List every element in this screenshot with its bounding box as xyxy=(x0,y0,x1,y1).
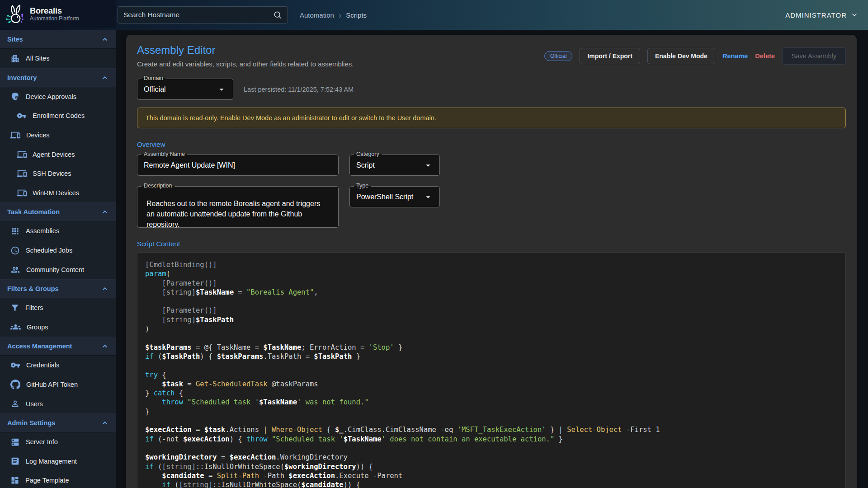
sidebar-item-enrollment-codes[interactable]: Enrollment Codes xyxy=(0,106,116,126)
last-persisted-text: Last persisted: 11/1/2025, 7:52:43 AM xyxy=(244,86,354,93)
code-line: [Parameter()] xyxy=(145,306,845,315)
code-line xyxy=(145,333,845,343)
caret-down-icon xyxy=(423,192,433,202)
save-assembly-button[interactable]: Save Assembly xyxy=(782,47,846,65)
sidebar-section-label: Filters & Groups xyxy=(7,285,59,292)
category-select-label: Category xyxy=(354,151,382,157)
search-icon[interactable] xyxy=(273,10,282,19)
server-icon xyxy=(10,437,20,447)
type-select[interactable]: Type PowerShell Script xyxy=(349,186,440,207)
assembly-name-field[interactable]: Assembly Name Remote Agent Update [WIN] xyxy=(137,155,339,176)
category-select-value: Script xyxy=(356,161,375,169)
sidebar-item-label: Credentials xyxy=(26,361,59,369)
sidebar-item-credentials[interactable]: Credentials xyxy=(0,356,116,375)
user-icon xyxy=(10,399,20,408)
sidebar-section-filters-groups[interactable]: Filters & Groups xyxy=(0,279,116,298)
sidebar-item-scheduled-jobs[interactable]: Scheduled Jobs xyxy=(0,241,116,260)
github-icon xyxy=(10,380,20,389)
code-line xyxy=(145,297,845,306)
type-select-value: PowerShell Script xyxy=(356,193,413,201)
readonly-warning-banner: This domain is read-only. Enable Dev Mod… xyxy=(137,108,846,128)
sidebar-item-label: Assemblies xyxy=(26,227,59,235)
code-line: if ($TaskPath) { $taskParams.TaskPath = … xyxy=(145,352,845,361)
search-input[interactable] xyxy=(123,11,273,19)
description-field[interactable]: Description Reaches out to the remote Bo… xyxy=(137,186,339,228)
brand-tagline: Automation Platform xyxy=(30,15,79,22)
devices-icon xyxy=(17,150,27,160)
sidebar-item-devices[interactable]: Devices xyxy=(0,126,116,145)
sidebar-item-device-approvals[interactable]: Device Approvals xyxy=(0,87,116,107)
sidebar-item-label: Scheduled Jobs xyxy=(26,247,72,254)
hostname-search-box[interactable] xyxy=(118,6,288,23)
sidebar-item-assemblies[interactable]: Assemblies xyxy=(0,221,116,241)
breadcrumb-scripts[interactable]: Scripts xyxy=(346,11,367,19)
sidebar-item-github-api-token[interactable]: GitHub API Token xyxy=(0,375,116,394)
sidebar-item-log-management[interactable]: Log Management xyxy=(0,452,116,471)
sidebar-item-label: WinRM Devices xyxy=(33,189,79,197)
sidebar-item-page-template[interactable]: Page Template xyxy=(0,471,116,488)
code-line: try { xyxy=(145,371,845,380)
domain-select-value: Official xyxy=(144,85,166,94)
breadcrumb-automation[interactable]: Automation xyxy=(300,11,334,19)
code-line: [Parameter()] xyxy=(145,279,845,288)
shield-icon xyxy=(10,92,20,101)
sidebar-item-winrm-devices[interactable]: WinRM Devices xyxy=(0,183,116,203)
rename-button[interactable]: Rename xyxy=(722,52,748,60)
sidebar-section-task-automation[interactable]: Task Automation xyxy=(0,202,116,221)
description-label: Description xyxy=(142,183,175,189)
sidebar-item-label: SSH Devices xyxy=(33,170,71,177)
caret-down-icon xyxy=(423,160,433,170)
sidebar-section-sites[interactable]: Sites xyxy=(0,30,116,49)
clock-icon xyxy=(10,246,20,255)
sidebar-section-inventory[interactable]: Inventory xyxy=(0,68,116,87)
sidebar-item-groups[interactable]: Groups xyxy=(0,318,116,337)
code-line: } catch { xyxy=(145,389,845,398)
sidebar-item-label: Users xyxy=(26,400,43,408)
chevron-up-icon xyxy=(101,208,109,216)
devices-icon xyxy=(17,188,27,198)
sidebar-item-agent-devices[interactable]: Agent Devices xyxy=(0,145,116,164)
sidebar-item-filters[interactable]: Filters xyxy=(0,298,116,318)
sidebar-item-label: Filters xyxy=(25,304,43,311)
sidebar-item-label: Page Template xyxy=(25,477,69,484)
readonly-warning-text: This domain is read-only. Enable Dev Mod… xyxy=(146,114,436,122)
assembly-editor-card: Assembly Editor Create and edit variable… xyxy=(126,35,857,488)
sidebar-item-users[interactable]: Users xyxy=(0,394,116,413)
code-line: throw "Scheduled task '$TaskName' was no… xyxy=(145,398,845,407)
filter-icon xyxy=(10,303,19,312)
borealis-rabbit-logo-icon xyxy=(5,4,25,24)
code-line: $workingDirectory = $execAction.WorkingD… xyxy=(145,453,845,462)
import-export-button[interactable]: Import / Export xyxy=(580,48,640,64)
chevron-up-icon xyxy=(101,419,109,427)
delete-button[interactable]: Delete xyxy=(755,52,775,60)
domain-select[interactable]: Domain Official xyxy=(137,79,233,100)
code-line: [string]$TaskPath xyxy=(145,315,845,324)
building-icon xyxy=(10,54,20,63)
sidebar-section-admin-settings[interactable]: Admin Settings xyxy=(0,413,116,432)
chevron-down-icon xyxy=(851,11,858,19)
brand-name: Borealis xyxy=(30,6,79,15)
main-content: Assembly Editor Create and edit variable… xyxy=(116,30,868,488)
description-value: Reaches out to the remote Borealis agent… xyxy=(146,198,329,230)
sidebar-section-label: Admin Settings xyxy=(7,419,55,427)
sidebar-item-label: Agent Devices xyxy=(33,151,75,158)
code-line: $candidate = Split-Path -Path $execActio… xyxy=(145,471,845,480)
sidebar-item-label: Server Info xyxy=(26,438,58,446)
category-select[interactable]: Category Script xyxy=(349,155,440,176)
sidebar-section-label: Sites xyxy=(7,36,23,43)
enable-dev-mode-button[interactable]: Enable Dev Mode xyxy=(647,48,715,64)
script-code-editor[interactable]: [CmdletBinding()]param( [Parameter()] [s… xyxy=(137,252,846,488)
sidebar-item-label: GitHub API Token xyxy=(26,381,78,388)
code-line: if (-not $execAction) { throw "Scheduled… xyxy=(145,435,845,444)
sidebar-section-label: Inventory xyxy=(7,74,37,81)
sidebar-section-access-management[interactable]: Access Management xyxy=(0,337,116,356)
sidebar-item-server-info[interactable]: Server Info xyxy=(0,432,116,452)
sidebar-item-ssh-devices[interactable]: SSH Devices xyxy=(0,164,116,183)
sidebar-item-label: Devices xyxy=(26,131,50,139)
sidebar-item-all-sites[interactable]: All Sites xyxy=(0,49,116,68)
sidebar-item-community-content[interactable]: Community Content xyxy=(0,260,116,279)
code-line: [CmdletBinding()] xyxy=(145,260,845,269)
administrator-menu[interactable]: ADMINISTRATOR xyxy=(785,0,858,30)
code-line: param( xyxy=(145,269,845,278)
administrator-label: ADMINISTRATOR xyxy=(785,11,847,19)
